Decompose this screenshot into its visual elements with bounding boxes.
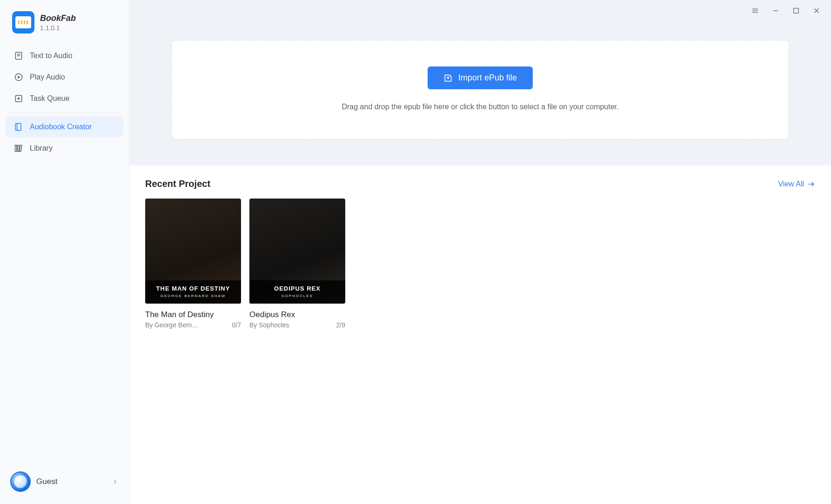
text-icon: [14, 51, 23, 60]
sidebar: BookFab 1.1.0.1 Text to Audio Play Audio…: [0, 0, 129, 504]
library-icon: [14, 144, 23, 153]
import-icon: [443, 73, 453, 83]
close-icon: [812, 7, 821, 15]
minimize-icon: [771, 7, 780, 15]
app-name: BookFab: [40, 13, 76, 23]
sidebar-item-play-audio[interactable]: Play Audio: [6, 67, 123, 87]
svg-rect-10: [18, 145, 19, 151]
user-name: Guest: [36, 477, 106, 486]
play-icon: [14, 73, 23, 82]
cover-subtitle: GEORGE BERNARD SHAW: [149, 294, 237, 298]
import-dropzone[interactable]: Import ePub file Drag and drop the epub …: [171, 40, 789, 139]
sidebar-item-label: Play Audio: [30, 73, 65, 81]
app-version: 1.1.0.1: [40, 24, 76, 32]
sidebar-divider: [8, 113, 121, 113]
sidebar-item-audiobook-creator[interactable]: Audiobook Creator: [6, 117, 123, 137]
recent-section: Recent Project View All THE MAN OF DESTI…: [129, 166, 831, 504]
cover-title: THE MAN OF DESTINY: [149, 285, 237, 292]
sidebar-item-label: Library: [30, 144, 53, 153]
svg-rect-9: [15, 145, 17, 151]
window-minimize-button[interactable]: [771, 6, 781, 16]
project-progress: 2/9: [336, 321, 345, 329]
user-account-row[interactable]: Guest: [0, 465, 129, 504]
chevron-right-icon: [111, 478, 119, 485]
sidebar-item-label: Audiobook Creator: [30, 123, 92, 131]
queue-icon: [14, 94, 23, 103]
hamburger-icon: [751, 7, 759, 15]
import-epub-button[interactable]: Import ePub file: [428, 66, 533, 89]
app-logo-icon: [12, 11, 34, 33]
sidebar-item-text-to-audio[interactable]: Text to Audio: [6, 46, 123, 66]
project-card[interactable]: OEDIPUS REX SOPHOCLES Oedipus Rex By Sop…: [249, 199, 345, 329]
book-icon: [14, 122, 23, 132]
import-button-label: Import ePub file: [458, 73, 517, 83]
project-cover: OEDIPUS REX SOPHOCLES: [249, 199, 345, 304]
import-hint-text: Drag and drop the epub file here or clic…: [190, 101, 770, 112]
cover-subtitle: SOPHOCLES: [253, 294, 342, 298]
project-author: By Sophocles: [249, 321, 289, 329]
sidebar-nav: Text to Audio Play Audio Task Queue Audi…: [0, 42, 129, 162]
window-titlebar: [129, 0, 831, 21]
window-maximize-button[interactable]: [791, 6, 801, 16]
arrow-right-icon: [807, 180, 815, 188]
view-all-link[interactable]: View All: [778, 180, 815, 188]
project-title: The Man of Destiny: [145, 310, 241, 319]
sidebar-item-library[interactable]: Library: [6, 138, 123, 159]
sidebar-item-label: Task Queue: [30, 94, 69, 103]
view-all-label: View All: [778, 180, 804, 188]
project-title: Oedipus Rex: [249, 310, 345, 319]
recent-project-list: THE MAN OF DESTINY GEORGE BERNARD SHAW T…: [145, 199, 815, 329]
sidebar-item-task-queue[interactable]: Task Queue: [6, 88, 123, 109]
svg-rect-11: [20, 145, 22, 152]
project-cover: THE MAN OF DESTINY GEORGE BERNARD SHAW: [145, 199, 241, 304]
maximize-icon: [792, 7, 800, 15]
brand-block: BookFab 1.1.0.1: [0, 0, 129, 42]
main-area: Import ePub file Drag and drop the epub …: [129, 0, 831, 504]
svg-marker-4: [18, 76, 20, 79]
avatar: [10, 471, 31, 492]
cover-title: OEDIPUS REX: [253, 285, 342, 292]
project-card[interactable]: THE MAN OF DESTINY GEORGE BERNARD SHAW T…: [145, 199, 241, 329]
project-progress: 0/7: [232, 321, 241, 329]
sidebar-item-label: Text to Audio: [30, 52, 73, 60]
svg-rect-16: [794, 8, 799, 13]
window-close-button[interactable]: [811, 6, 822, 16]
project-author: By George Bern…: [145, 321, 198, 329]
recent-heading: Recent Project: [145, 179, 210, 189]
hamburger-menu-button[interactable]: [750, 6, 760, 16]
